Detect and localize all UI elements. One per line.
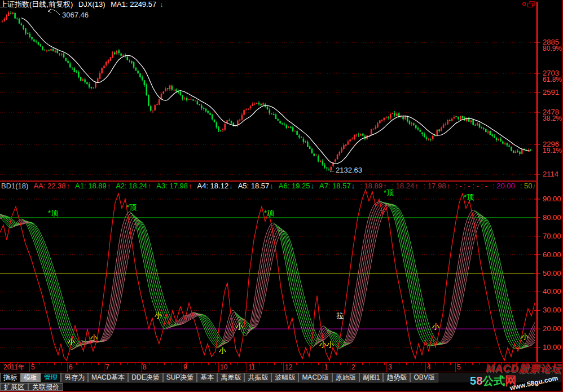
candle-body: [404, 117, 406, 119]
candle-body: [407, 117, 408, 122]
minor-tick: [135, 363, 135, 365]
indicator-value: : 50.00: [520, 182, 535, 190]
candle-body: [371, 129, 372, 135]
watermark-char: 式: [494, 375, 505, 387]
candle-body: [78, 72, 80, 77]
up-arrow-icon: ↑: [148, 182, 152, 190]
down-arrow-icon: ↓: [270, 182, 274, 190]
candle-body: [345, 144, 347, 146]
tab-基本[interactable]: 基本: [197, 373, 217, 382]
tab-MACD版[interactable]: MACD版: [298, 373, 332, 382]
osc-axis-label: 10.00: [543, 343, 561, 351]
candle-body: [165, 89, 166, 91]
minor-tick: [120, 363, 121, 365]
ma-line: [21, 18, 530, 164]
candle-body: [430, 139, 432, 140]
tab-另存为[interactable]: 另存为: [61, 373, 88, 382]
status-item-扩展区[interactable]: 扩展区: [0, 383, 28, 391]
candle-body: [69, 63, 71, 67]
tab-模板[interactable]: 模板: [20, 373, 41, 382]
candle-body: [504, 143, 506, 144]
minor-tick: [164, 363, 165, 365]
candle-body: [262, 103, 264, 104]
candle-body: [324, 165, 326, 168]
candle-body: [385, 117, 387, 117]
candle-body: [19, 19, 20, 24]
candlestick-chart[interactable]: 288580.9%270361.8%2591247838.2%229619.1%…: [0, 0, 563, 182]
candle-body: [284, 125, 285, 125]
oscillator-chart[interactable]: 90.0080.0070.0060.0050.0040.0030.0020.00…: [0, 182, 563, 362]
month-divider: [455, 363, 456, 372]
osc-axis-label: 30.00: [543, 306, 561, 314]
minor-tick: [171, 363, 172, 365]
candle-body: [458, 117, 459, 119]
tab-管理[interactable]: 管理: [41, 373, 61, 382]
study-label: DJX(13): [78, 0, 105, 8]
tab-SUP决策[interactable]: SUP决策: [163, 373, 197, 382]
ribbon-line-fall: [3, 204, 527, 346]
month-divider: [104, 363, 104, 372]
candle-body: [443, 125, 445, 128]
candle-body: [294, 131, 296, 131]
candle-body: [396, 114, 398, 116]
candle-body: [16, 19, 18, 19]
candle-body: [108, 60, 109, 63]
tab-OBV版[interactable]: OBV版: [410, 373, 438, 382]
tab-DDE决策[interactable]: DDE决策: [128, 373, 162, 382]
candle-body: [379, 120, 381, 123]
candle-body: [86, 82, 88, 84]
candle-body: [451, 118, 453, 121]
tab-离差版[interactable]: 离差版: [217, 373, 244, 382]
candle-body: [50, 49, 52, 51]
titlebar: 上证指数(日线,前复权) DJX(13) MA1: 2249.57↓: [0, 0, 563, 8]
candle-body: [409, 121, 411, 124]
month-label: 1: [324, 364, 328, 371]
minor-tick: [274, 363, 275, 365]
minor-tick: [443, 363, 443, 365]
tab-指标[interactable]: 指标: [0, 373, 20, 382]
candle-body: [95, 82, 96, 87]
candle-body: [415, 125, 417, 128]
candle-body: [2, 21, 3, 22]
high-price-label: 3067.46: [62, 11, 89, 19]
minor-tick: [377, 363, 377, 365]
candle-body: [392, 113, 394, 114]
month-label: 10: [220, 364, 227, 371]
minor-tick: [25, 363, 25, 365]
up-arrow-icon: ↑: [67, 182, 71, 190]
watermark-char: 公: [482, 375, 494, 387]
month-label: 9: [183, 364, 187, 371]
candle-body: [487, 131, 489, 133]
candle-body: [413, 124, 415, 125]
candle-body: [82, 80, 84, 81]
candle-body: [245, 109, 247, 110]
indicator-value: A1: 18.89: [75, 182, 107, 190]
tab-波幅版[interactable]: 波幅版: [271, 373, 298, 382]
candle-body: [496, 138, 498, 140]
minor-tick: [127, 363, 128, 365]
tab-副图1[interactable]: 副图1: [359, 373, 384, 382]
tab-MACD基本[interactable]: MACD基本: [88, 373, 128, 382]
month-label: 5: [457, 364, 461, 371]
watermark-char: 8: [476, 375, 482, 387]
tab-趋势版[interactable]: 趋势版: [383, 373, 410, 382]
candle-body: [311, 148, 313, 153]
signal-label-bottom: 小: [521, 332, 529, 341]
low-price-label: ←2132.63: [328, 166, 362, 174]
status-item-关联报价[interactable]: 关联报价: [28, 383, 63, 391]
tab-原始版[interactable]: 原始版: [332, 373, 359, 382]
minor-tick: [47, 363, 47, 365]
candle-body: [201, 105, 203, 108]
candle-body: [318, 156, 319, 162]
candle-body: [290, 127, 292, 128]
candle-body: [530, 149, 531, 151]
candle-body: [163, 91, 165, 94]
candle-body: [214, 120, 215, 122]
time-axis[interactable]: 2011年5678910111212345: [0, 362, 563, 372]
candle-body: [175, 90, 177, 92]
tab-共振版[interactable]: 共振版: [244, 373, 271, 382]
minor-tick: [406, 363, 407, 365]
candle-body: [335, 160, 336, 162]
price-axis-pct-label: 80.9%: [543, 45, 562, 52]
candle-body: [150, 106, 152, 111]
